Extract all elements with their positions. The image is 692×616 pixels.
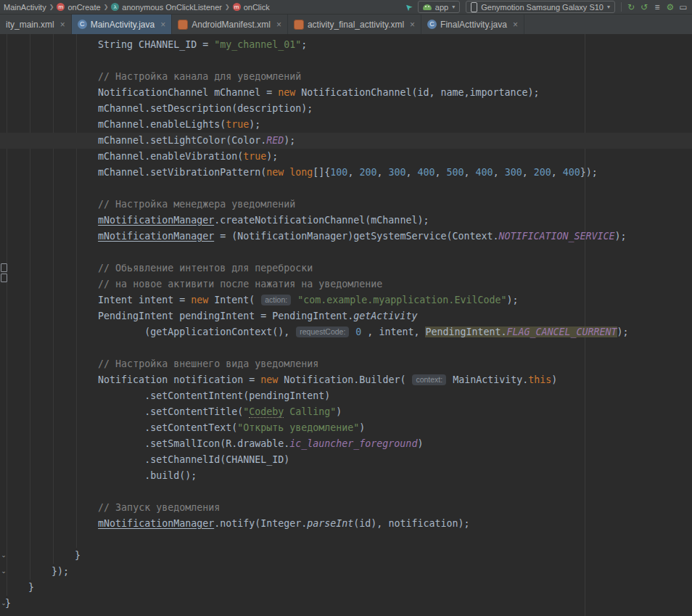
android-icon [423, 4, 432, 10]
code-token: "my_channel_01" [214, 39, 301, 50]
device-selector[interactable]: Genymotion Samsung Galaxy S10 ▾ [466, 1, 615, 13]
code-line [0, 53, 692, 69]
code-token [5, 199, 98, 210]
run-configuration-selector[interactable]: app ▾ [418, 1, 460, 13]
attach-debugger-icon[interactable]: ➤ [400, 0, 416, 15]
code-token: ); [615, 231, 627, 242]
code-token: }); [580, 167, 598, 178]
chevron-right-icon: ❯ [49, 4, 54, 10]
run-configuration-label: app [435, 3, 448, 12]
close-icon[interactable]: × [410, 20, 415, 29]
code-line [0, 181, 692, 197]
inlay-hint: requestCode: [296, 327, 349, 337]
code-token: .createNotificationChannel(mChannel); [214, 215, 429, 226]
android-file-icon [178, 20, 188, 30]
code-token: Intent intent = [5, 295, 191, 305]
breadcrumb-anonymous-class[interactable]: λ anonymous OnClickListener [110, 3, 223, 12]
code-token: 400 [476, 167, 493, 178]
code-token: PendingIntent. [425, 327, 506, 337]
fold-arrow-icon[interactable]: ⌄ [0, 599, 7, 607]
chevron-down-icon: ▾ [607, 4, 610, 10]
code-token [5, 263, 98, 274]
code-token: // Обьявление интентов для переброски [98, 263, 313, 274]
code-token: , [522, 167, 534, 178]
code-token: "com.example.myapplication.EvilCode" [297, 295, 506, 305]
tab-mainactivity-java[interactable]: C MainActivity.java × [72, 15, 173, 34]
code-token: parseInt [307, 518, 353, 529]
settings-gear-icon[interactable]: ⚙ [664, 3, 677, 12]
code-line [0, 340, 692, 356]
code-token: = (NotificationManager)getSystemService(… [214, 231, 498, 242]
profiler-icon[interactable]: ≡ [651, 3, 664, 12]
code-token: "Открыть уведомление" [237, 422, 359, 433]
close-icon[interactable]: × [276, 20, 281, 29]
code-line: // Настройка менеджера уведомлений [0, 197, 692, 213]
code-token: 300 [505, 167, 522, 178]
tab-androidmanifest-xml[interactable]: AndroidManifest.xml × [172, 15, 288, 34]
code-line: } [0, 580, 692, 596]
code-token: , [405, 167, 417, 178]
code-token: 200 [359, 167, 376, 178]
code-line: NotificationChannel mChannel = new Notif… [0, 85, 692, 101]
code-line: // Настройка канала для уведомлений [0, 69, 692, 85]
method-icon: m [233, 3, 241, 11]
code-token: ) [551, 374, 557, 385]
breadcrumb-oncreate[interactable]: m onCreate [55, 3, 102, 12]
code-token: mChannel.setLightColor(Color. [5, 135, 266, 146]
code-line: PendingIntent pendingIntent = PendingInt… [0, 308, 692, 324]
tab-label: ity_main.xml [6, 20, 54, 30]
code-token: Intent( [208, 295, 260, 305]
code-token: []{ [313, 167, 330, 178]
tab-finalacttivity-java[interactable]: C FinalActtivity.java × [421, 15, 524, 34]
code-token: new [266, 167, 284, 178]
close-icon[interactable]: × [513, 20, 518, 29]
code-token [5, 279, 98, 289]
code-token [5, 231, 98, 242]
chevron-right-icon: ❯ [104, 4, 109, 10]
tab-label: activity_final_acttivity.xml [308, 20, 404, 30]
gutter-marker-icon[interactable] [1, 274, 7, 282]
gutter-marker-icon[interactable] [1, 263, 7, 272]
close-icon[interactable]: × [160, 20, 165, 29]
code-token: ) [417, 438, 423, 449]
code-line: mChannel.enableVibration(true); [0, 149, 692, 165]
code-token: NotificationChannel(id, name,importance)… [295, 87, 539, 98]
code-token: mChannel.enableVibration( [5, 151, 243, 162]
code-token: Notification notification = [5, 374, 260, 385]
code-token: ); [617, 327, 629, 337]
chevron-right-icon: ❯ [225, 4, 230, 10]
tab-activity-final-acttivity-xml[interactable]: activity_final_acttivity.xml × [288, 15, 421, 34]
tab-activity-main-xml[interactable]: ity_main.xml × [0, 15, 72, 34]
code-token: // Настройка менеджера уведомлений [98, 199, 295, 210]
close-icon[interactable]: × [60, 20, 65, 29]
code-token: .build(); [5, 470, 197, 481]
code-line [0, 532, 692, 548]
code-token: .setContentTitle( [5, 406, 243, 417]
code-token: new [191, 295, 208, 305]
code-token: } [5, 582, 34, 593]
code-line: // Настройка внешнего вида уведомления [0, 356, 692, 372]
breadcrumb-onclick[interactable]: m onClick [231, 3, 271, 12]
code-token [5, 502, 98, 513]
tab-label: FinalActtivity.java [440, 20, 507, 30]
fold-arrow-icon[interactable]: ⌄ [0, 567, 7, 575]
code-editor[interactable]: String CHANNEL_ID = "my_channel_01"; // … [0, 34, 692, 616]
code-token: mChannel.setDescription(description); [5, 103, 313, 114]
code-token: mChannel.enableLights( [5, 119, 226, 130]
code-token [5, 215, 98, 226]
code-token: ; [301, 39, 307, 50]
apply-code-changes-icon[interactable]: ↺ [638, 3, 651, 12]
fold-arrow-icon[interactable]: ⌄ [0, 551, 7, 559]
code-token: 400 [563, 167, 580, 178]
breadcrumb-label: MainActivity [4, 3, 46, 12]
breadcrumb-class[interactable]: MainActivity [2, 3, 48, 12]
code-line: } [0, 596, 692, 612]
code-line: String CHANNEL_ID = "my_channel_01"; [0, 37, 692, 53]
device-manager-icon[interactable]: ▭ [677, 3, 690, 12]
code-line: mChannel.setLightColor(Color.RED); [0, 133, 692, 149]
breadcrumb-label: anonymous OnClickListener [122, 3, 222, 12]
code-line: Intent intent = new Intent( action: "com… [0, 292, 692, 308]
apply-changes-icon[interactable]: ↻ [625, 3, 638, 12]
code-line: .setContentText("Открыть уведомление") [0, 420, 692, 436]
code-line: .setContentTitle("Codeby Calling") [0, 404, 692, 420]
